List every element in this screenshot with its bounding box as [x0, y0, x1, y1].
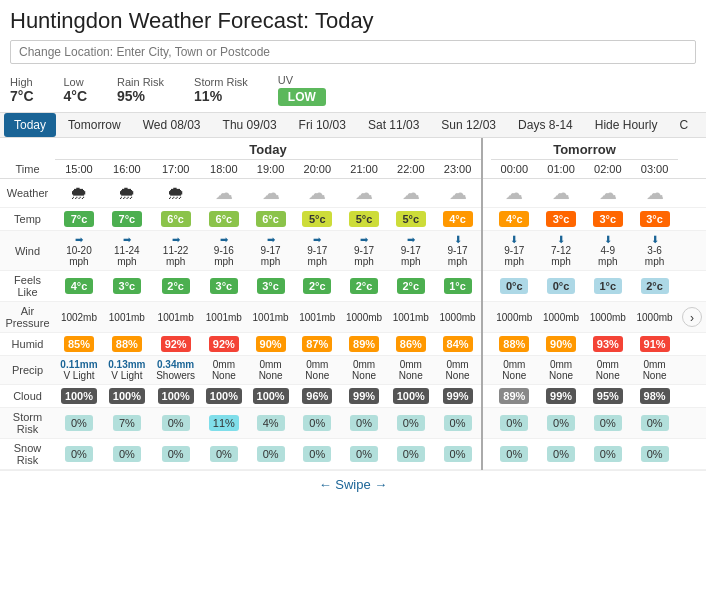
location-input[interactable] — [10, 40, 696, 64]
time-1900: 19:00 — [247, 160, 294, 179]
humid-1: 85% — [64, 336, 94, 352]
snow-row: SnowRisk 0% 0% 0% 0% 0% 0% 0% 0% 0% 0% 0… — [0, 439, 706, 470]
cloud-t3: 95% — [593, 388, 623, 404]
cloud-1: 100% — [61, 388, 97, 404]
cloud-4: 100% — [206, 388, 242, 404]
time-2100: 21:00 — [341, 160, 388, 179]
tab-sat[interactable]: Sat 11/03 — [358, 113, 429, 137]
humid-7: 89% — [349, 336, 379, 352]
temp-3: 6°c — [161, 211, 191, 227]
humid-t2: 90% — [546, 336, 576, 352]
cloud-t4: 98% — [640, 388, 670, 404]
tab-hide-hourly[interactable]: Hide Hourly — [585, 113, 668, 137]
storm-value: 11% — [194, 88, 248, 104]
temp-t3: 3°c — [593, 211, 623, 227]
time-0300: 03:00 — [631, 160, 678, 179]
tab-celsius[interactable]: C — [669, 113, 698, 137]
section-header-row: Today Tomorrow — [0, 138, 706, 160]
time-2000: 20:00 — [294, 160, 341, 179]
precip-label: Precip — [0, 356, 55, 385]
swipe-bar: ← Swipe → — [0, 470, 706, 498]
storm-label: Storm Risk — [194, 76, 248, 88]
cloud-t2: 99% — [546, 388, 576, 404]
time-1800: 18:00 — [200, 160, 247, 179]
weather-icon-5: ☁ — [247, 179, 294, 208]
pressure-label: AirPressure — [0, 302, 55, 333]
time-0100: 01:00 — [538, 160, 585, 179]
temp-5: 6°c — [256, 211, 286, 227]
tab-fahrenheit[interactable]: F — [700, 113, 706, 137]
humid-label: Humid — [0, 333, 55, 356]
humid-3: 92% — [161, 336, 191, 352]
tomorrow-section-label: Tomorrow — [491, 138, 678, 160]
storm-3: 0% — [162, 415, 190, 431]
tab-sun[interactable]: Sun 12/03 — [431, 113, 506, 137]
cloud-9: 99% — [443, 388, 473, 404]
snow-2: 0% — [113, 446, 141, 462]
rain-label: Rain Risk — [117, 76, 164, 88]
time-label: Time — [0, 160, 55, 179]
cloud-7: 99% — [349, 388, 379, 404]
storm-8: 0% — [397, 415, 425, 431]
tab-today[interactable]: Today — [4, 113, 56, 137]
uv-label: UV — [278, 74, 326, 86]
storm-risk-label: StormRisk — [0, 408, 55, 439]
weather-icon-7: ☁ — [341, 179, 388, 208]
tab-tomorrow[interactable]: Tomorrow — [58, 113, 131, 137]
uv-badge: LOW — [278, 88, 326, 106]
humid-9: 84% — [443, 336, 473, 352]
weather-icon-3: 🌧 — [151, 179, 201, 208]
temp-8: 5°c — [396, 211, 426, 227]
rain-value: 95% — [117, 88, 164, 104]
time-1600: 16:00 — [103, 160, 151, 179]
precip-row: Precip 0.11mmV Light 0.13mmV Light 0.34m… — [0, 356, 706, 385]
temp-t2: 3°c — [546, 211, 576, 227]
cloud-3: 100% — [158, 388, 194, 404]
humid-t1: 88% — [499, 336, 529, 352]
tab-thu[interactable]: Thu 09/03 — [213, 113, 287, 137]
scroll-right-button[interactable]: › — [682, 307, 702, 327]
temp-6: 5°c — [302, 211, 332, 227]
storm-7: 0% — [350, 415, 378, 431]
temp-4: 6°c — [209, 211, 239, 227]
feels-7: 2°c — [350, 278, 378, 294]
humid-2: 88% — [112, 336, 142, 352]
temp-t1: 4°c — [499, 211, 529, 227]
storm-4: 11% — [209, 415, 239, 431]
wind-label: Wind — [0, 231, 55, 271]
storm-t1: 0% — [500, 415, 528, 431]
feels-t1: 0°c — [500, 278, 528, 294]
weather-label: Weather — [0, 179, 55, 208]
temp-t4: 3°c — [640, 211, 670, 227]
cloud-label: Cloud — [0, 385, 55, 408]
feels-3: 2°c — [162, 278, 190, 294]
swipe-text: ← Swipe → — [319, 477, 388, 492]
low-label: Low — [64, 76, 88, 88]
time-0000: 00:00 — [491, 160, 538, 179]
snow-1: 0% — [65, 446, 93, 462]
feels-6: 2°c — [303, 278, 331, 294]
storm-6: 0% — [303, 415, 331, 431]
summary-bar: High 7°C Low 4°C Rain Risk 95% Storm Ris… — [0, 68, 706, 112]
high-value: 7°C — [10, 88, 34, 104]
feels-2: 3°c — [113, 278, 141, 294]
wind-row: Wind ➡10-20mph ➡11-24mph ➡11-22mph ➡9-16… — [0, 231, 706, 271]
tab-wed[interactable]: Wed 08/03 — [133, 113, 211, 137]
snow-t4: 0% — [641, 446, 669, 462]
tab-fri[interactable]: Fri 10/03 — [289, 113, 356, 137]
feels-5: 3°c — [257, 278, 285, 294]
storm-t4: 0% — [641, 415, 669, 431]
feels-t4: 2°c — [641, 278, 669, 294]
storm-2: 7% — [113, 415, 141, 431]
temp-row: Temp 7°c 7°c 6°c 6°c 6°c 5°c 5°c 5°c 4°c… — [0, 208, 706, 231]
page-container: Huntingdon Weather Forecast: Today High … — [0, 0, 706, 498]
snow-6: 0% — [303, 446, 331, 462]
cloud-8: 100% — [393, 388, 429, 404]
storm-5: 4% — [257, 415, 285, 431]
storm-row: StormRisk 0% 7% 0% 11% 4% 0% 0% 0% 0% 0%… — [0, 408, 706, 439]
feels-8: 2°c — [397, 278, 425, 294]
weather-icon-2: 🌧 — [103, 179, 151, 208]
temp-7: 5°c — [349, 211, 379, 227]
snow-5: 0% — [257, 446, 285, 462]
tab-days[interactable]: Days 8-14 — [508, 113, 583, 137]
